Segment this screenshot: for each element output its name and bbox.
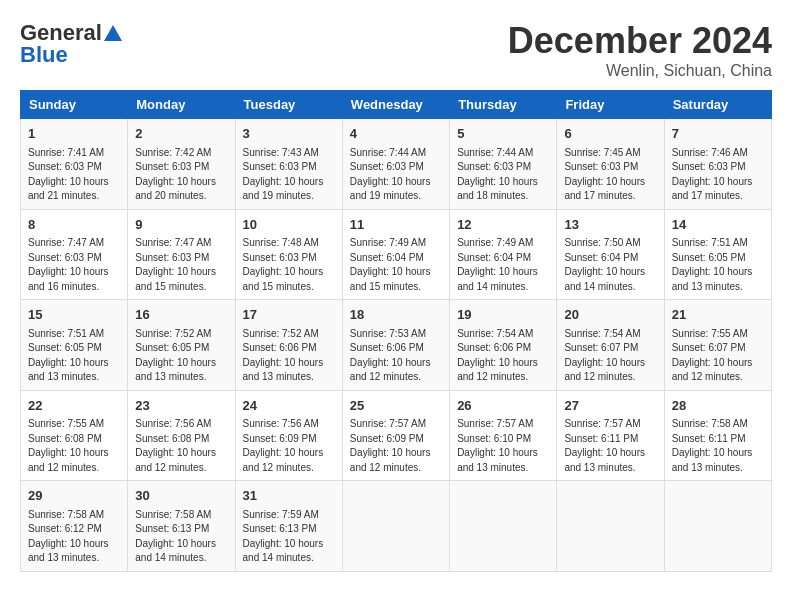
day-info: Sunrise: 7:47 AM Sunset: 6:03 PM Dayligh… <box>135 236 227 294</box>
day-number: 27 <box>564 396 656 416</box>
day-number: 16 <box>135 305 227 325</box>
calendar-cell: 4Sunrise: 7:44 AM Sunset: 6:03 PM Daylig… <box>342 119 449 210</box>
day-info: Sunrise: 7:43 AM Sunset: 6:03 PM Dayligh… <box>243 146 335 204</box>
calendar-week-2: 8Sunrise: 7:47 AM Sunset: 6:03 PM Daylig… <box>21 209 772 300</box>
header-monday: Monday <box>128 91 235 119</box>
day-info: Sunrise: 7:49 AM Sunset: 6:04 PM Dayligh… <box>350 236 442 294</box>
calendar-body: 1Sunrise: 7:41 AM Sunset: 6:03 PM Daylig… <box>21 119 772 572</box>
header-tuesday: Tuesday <box>235 91 342 119</box>
day-number: 21 <box>672 305 764 325</box>
day-number: 2 <box>135 124 227 144</box>
calendar-header-row: SundayMondayTuesdayWednesdayThursdayFrid… <box>21 91 772 119</box>
calendar-week-5: 29Sunrise: 7:58 AM Sunset: 6:12 PM Dayli… <box>21 481 772 572</box>
day-number: 31 <box>243 486 335 506</box>
calendar-cell: 13Sunrise: 7:50 AM Sunset: 6:04 PM Dayli… <box>557 209 664 300</box>
day-number: 20 <box>564 305 656 325</box>
calendar-cell <box>557 481 664 572</box>
calendar-cell: 1Sunrise: 7:41 AM Sunset: 6:03 PM Daylig… <box>21 119 128 210</box>
calendar-table: SundayMondayTuesdayWednesdayThursdayFrid… <box>20 90 772 572</box>
calendar-cell: 22Sunrise: 7:55 AM Sunset: 6:08 PM Dayli… <box>21 390 128 481</box>
day-info: Sunrise: 7:56 AM Sunset: 6:08 PM Dayligh… <box>135 417 227 475</box>
calendar-cell: 7Sunrise: 7:46 AM Sunset: 6:03 PM Daylig… <box>664 119 771 210</box>
title-block: December 2024 Wenlin, Sichuan, China <box>508 20 772 80</box>
calendar-cell: 17Sunrise: 7:52 AM Sunset: 6:06 PM Dayli… <box>235 300 342 391</box>
day-number: 12 <box>457 215 549 235</box>
day-info: Sunrise: 7:52 AM Sunset: 6:06 PM Dayligh… <box>243 327 335 385</box>
header-friday: Friday <box>557 91 664 119</box>
day-info: Sunrise: 7:50 AM Sunset: 6:04 PM Dayligh… <box>564 236 656 294</box>
calendar-cell: 9Sunrise: 7:47 AM Sunset: 6:03 PM Daylig… <box>128 209 235 300</box>
header-sunday: Sunday <box>21 91 128 119</box>
day-info: Sunrise: 7:54 AM Sunset: 6:07 PM Dayligh… <box>564 327 656 385</box>
day-info: Sunrise: 7:49 AM Sunset: 6:04 PM Dayligh… <box>457 236 549 294</box>
day-number: 13 <box>564 215 656 235</box>
day-info: Sunrise: 7:56 AM Sunset: 6:09 PM Dayligh… <box>243 417 335 475</box>
day-number: 9 <box>135 215 227 235</box>
day-number: 14 <box>672 215 764 235</box>
calendar-cell: 27Sunrise: 7:57 AM Sunset: 6:11 PM Dayli… <box>557 390 664 481</box>
day-info: Sunrise: 7:51 AM Sunset: 6:05 PM Dayligh… <box>28 327 120 385</box>
day-info: Sunrise: 7:57 AM Sunset: 6:09 PM Dayligh… <box>350 417 442 475</box>
calendar-cell: 18Sunrise: 7:53 AM Sunset: 6:06 PM Dayli… <box>342 300 449 391</box>
day-info: Sunrise: 7:52 AM Sunset: 6:05 PM Dayligh… <box>135 327 227 385</box>
svg-marker-0 <box>104 25 122 41</box>
day-info: Sunrise: 7:48 AM Sunset: 6:03 PM Dayligh… <box>243 236 335 294</box>
day-info: Sunrise: 7:54 AM Sunset: 6:06 PM Dayligh… <box>457 327 549 385</box>
calendar-cell: 16Sunrise: 7:52 AM Sunset: 6:05 PM Dayli… <box>128 300 235 391</box>
calendar-week-3: 15Sunrise: 7:51 AM Sunset: 6:05 PM Dayli… <box>21 300 772 391</box>
day-info: Sunrise: 7:55 AM Sunset: 6:07 PM Dayligh… <box>672 327 764 385</box>
day-info: Sunrise: 7:55 AM Sunset: 6:08 PM Dayligh… <box>28 417 120 475</box>
day-number: 6 <box>564 124 656 144</box>
logo: General Blue <box>20 20 122 68</box>
calendar-cell: 19Sunrise: 7:54 AM Sunset: 6:06 PM Dayli… <box>450 300 557 391</box>
day-info: Sunrise: 7:41 AM Sunset: 6:03 PM Dayligh… <box>28 146 120 204</box>
day-number: 24 <box>243 396 335 416</box>
calendar-cell: 10Sunrise: 7:48 AM Sunset: 6:03 PM Dayli… <box>235 209 342 300</box>
header-saturday: Saturday <box>664 91 771 119</box>
calendar-cell: 21Sunrise: 7:55 AM Sunset: 6:07 PM Dayli… <box>664 300 771 391</box>
day-number: 23 <box>135 396 227 416</box>
day-number: 19 <box>457 305 549 325</box>
day-info: Sunrise: 7:59 AM Sunset: 6:13 PM Dayligh… <box>243 508 335 566</box>
day-info: Sunrise: 7:57 AM Sunset: 6:11 PM Dayligh… <box>564 417 656 475</box>
day-number: 28 <box>672 396 764 416</box>
calendar-cell <box>450 481 557 572</box>
calendar-cell: 23Sunrise: 7:56 AM Sunset: 6:08 PM Dayli… <box>128 390 235 481</box>
calendar-cell: 5Sunrise: 7:44 AM Sunset: 6:03 PM Daylig… <box>450 119 557 210</box>
calendar-cell: 26Sunrise: 7:57 AM Sunset: 6:10 PM Dayli… <box>450 390 557 481</box>
calendar-cell <box>664 481 771 572</box>
day-number: 5 <box>457 124 549 144</box>
day-number: 26 <box>457 396 549 416</box>
day-number: 1 <box>28 124 120 144</box>
page-header: General Blue December 2024 Wenlin, Sichu… <box>20 20 772 80</box>
calendar-cell <box>342 481 449 572</box>
calendar-cell: 3Sunrise: 7:43 AM Sunset: 6:03 PM Daylig… <box>235 119 342 210</box>
month-title: December 2024 <box>508 20 772 62</box>
day-info: Sunrise: 7:53 AM Sunset: 6:06 PM Dayligh… <box>350 327 442 385</box>
day-number: 17 <box>243 305 335 325</box>
day-info: Sunrise: 7:44 AM Sunset: 6:03 PM Dayligh… <box>457 146 549 204</box>
day-info: Sunrise: 7:58 AM Sunset: 6:11 PM Dayligh… <box>672 417 764 475</box>
day-number: 4 <box>350 124 442 144</box>
day-info: Sunrise: 7:45 AM Sunset: 6:03 PM Dayligh… <box>564 146 656 204</box>
logo-icon <box>104 24 122 42</box>
day-number: 7 <box>672 124 764 144</box>
day-info: Sunrise: 7:58 AM Sunset: 6:12 PM Dayligh… <box>28 508 120 566</box>
header-thursday: Thursday <box>450 91 557 119</box>
calendar-cell: 15Sunrise: 7:51 AM Sunset: 6:05 PM Dayli… <box>21 300 128 391</box>
calendar-cell: 20Sunrise: 7:54 AM Sunset: 6:07 PM Dayli… <box>557 300 664 391</box>
day-info: Sunrise: 7:51 AM Sunset: 6:05 PM Dayligh… <box>672 236 764 294</box>
calendar-cell: 31Sunrise: 7:59 AM Sunset: 6:13 PM Dayli… <box>235 481 342 572</box>
logo-blue-text: Blue <box>20 42 68 68</box>
day-info: Sunrise: 7:42 AM Sunset: 6:03 PM Dayligh… <box>135 146 227 204</box>
day-number: 11 <box>350 215 442 235</box>
calendar-cell: 28Sunrise: 7:58 AM Sunset: 6:11 PM Dayli… <box>664 390 771 481</box>
day-number: 15 <box>28 305 120 325</box>
day-number: 18 <box>350 305 442 325</box>
calendar-cell: 12Sunrise: 7:49 AM Sunset: 6:04 PM Dayli… <box>450 209 557 300</box>
day-number: 3 <box>243 124 335 144</box>
day-number: 10 <box>243 215 335 235</box>
day-info: Sunrise: 7:58 AM Sunset: 6:13 PM Dayligh… <box>135 508 227 566</box>
location: Wenlin, Sichuan, China <box>508 62 772 80</box>
calendar-week-1: 1Sunrise: 7:41 AM Sunset: 6:03 PM Daylig… <box>21 119 772 210</box>
